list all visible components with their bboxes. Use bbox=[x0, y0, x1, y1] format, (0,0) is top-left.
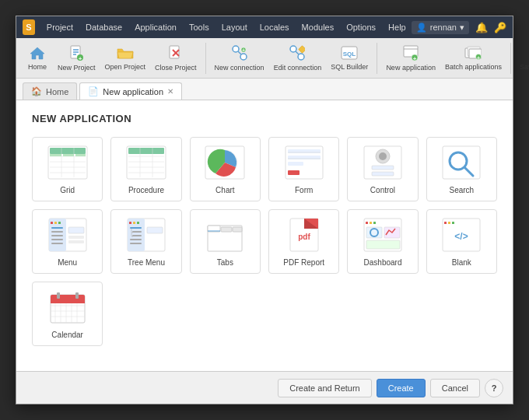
svg-rect-78 bbox=[51, 222, 53, 224]
toolbar-new-connection-button[interactable]: + New connection bbox=[211, 43, 268, 74]
svg-rect-81 bbox=[51, 227, 63, 229]
svg-rect-106 bbox=[233, 227, 242, 232]
app-item-pdfreport[interactable]: pdf PDF Report bbox=[268, 209, 339, 274]
toolbar-group-save: Save application Generate source Run app… bbox=[516, 44, 529, 73]
control-icon bbox=[361, 144, 405, 181]
footer: Create and Return Create Cancel ? bbox=[16, 371, 513, 404]
close-project-icon bbox=[168, 45, 184, 63]
svg-rect-79 bbox=[54, 222, 57, 224]
svg-rect-50 bbox=[75, 154, 86, 156]
svg-rect-111 bbox=[366, 222, 368, 224]
chevron-down-icon: ▾ bbox=[460, 23, 464, 33]
menu-application[interactable]: Application bbox=[129, 20, 182, 34]
svg-text:SQL: SQL bbox=[343, 51, 356, 58]
settings-icon[interactable]: 🔑 bbox=[494, 22, 506, 33]
app-item-form[interactable]: Form bbox=[268, 137, 339, 201]
tab-home[interactable]: 🏠 Home bbox=[23, 82, 77, 100]
svg-point-16 bbox=[298, 54, 304, 60]
help-button[interactable]: ? bbox=[485, 379, 503, 397]
app-item-search[interactable]: Search bbox=[426, 137, 497, 201]
procedure-icon bbox=[124, 144, 168, 181]
toolbar: Home + New Project Open Project Close Pr… bbox=[16, 38, 513, 79]
menu-project[interactable]: Project bbox=[41, 20, 79, 34]
svg-rect-102 bbox=[147, 227, 163, 233]
toolbar-open-project-label: Open Project bbox=[105, 63, 146, 71]
create-return-button[interactable]: Create and Return bbox=[278, 379, 372, 397]
svg-text:+: + bbox=[79, 54, 82, 61]
blank-label: Blank bbox=[452, 258, 471, 267]
toolbar-save-button[interactable]: Save application bbox=[516, 44, 529, 73]
svg-rect-82 bbox=[51, 231, 63, 233]
toolbar-open-project-button[interactable]: Open Project bbox=[101, 44, 150, 73]
svg-rect-18 bbox=[299, 45, 305, 53]
app-item-dashboard[interactable]: Dashboard bbox=[347, 209, 418, 274]
new-application-icon: + bbox=[403, 45, 419, 63]
app-item-procedure[interactable]: Procedure bbox=[110, 137, 181, 201]
svg-rect-85 bbox=[51, 243, 63, 244]
toolbar-batch-applications-button[interactable]: + Batch applications bbox=[441, 44, 506, 73]
svg-rect-98 bbox=[130, 243, 142, 244]
svg-rect-125 bbox=[51, 300, 85, 303]
app-item-calendar[interactable]: Calendar bbox=[32, 282, 103, 346]
app-item-control[interactable]: Control bbox=[347, 137, 418, 201]
search-icon-app bbox=[440, 144, 483, 181]
pdfreport-icon: pdf bbox=[282, 216, 326, 254]
menu-layout[interactable]: Layout bbox=[216, 20, 253, 34]
tab-new-application[interactable]: 📄 New application ✕ bbox=[79, 82, 182, 100]
cancel-button[interactable]: Cancel bbox=[430, 379, 480, 397]
svg-line-17 bbox=[296, 51, 299, 54]
home-icon bbox=[30, 46, 45, 62]
toolbar-new-project-button[interactable]: + New Project bbox=[54, 43, 100, 74]
app-item-tabs[interactable]: Tabs bbox=[190, 209, 261, 274]
toolbar-new-connection-label: New connection bbox=[215, 64, 264, 72]
toolbar-group-application: + New application + Batch applications bbox=[382, 43, 511, 74]
svg-rect-113 bbox=[373, 222, 376, 224]
open-project-icon bbox=[117, 46, 134, 62]
menu-locales[interactable]: Locales bbox=[254, 20, 295, 34]
app-item-treemenu[interactable]: Tree Menu bbox=[110, 209, 181, 274]
svg-rect-97 bbox=[130, 239, 142, 240]
toolbar-sql-builder-button[interactable]: SQL SQL Builder bbox=[327, 44, 372, 73]
svg-rect-134 bbox=[57, 292, 60, 299]
section-title: NEW APPLICATION bbox=[32, 113, 497, 124]
user-menu[interactable]: 👤 rennan ▾ bbox=[412, 21, 469, 34]
toolbar-new-application-button[interactable]: + New application bbox=[382, 43, 440, 74]
svg-rect-116 bbox=[366, 240, 400, 249]
svg-rect-135 bbox=[75, 292, 79, 299]
batch-applications-icon: + bbox=[464, 46, 482, 62]
notification-icon[interactable]: 🔔 bbox=[475, 22, 488, 33]
svg-rect-91 bbox=[129, 222, 131, 224]
svg-text:</>: </> bbox=[455, 231, 468, 242]
svg-rect-64 bbox=[288, 162, 303, 166]
menu-database[interactable]: Database bbox=[80, 20, 128, 34]
toolbar-home-button[interactable]: Home bbox=[23, 44, 52, 73]
new-project-icon: + bbox=[69, 45, 83, 63]
svg-rect-120 bbox=[448, 222, 450, 224]
svg-rect-65 bbox=[288, 170, 300, 175]
menu-modules[interactable]: Modules bbox=[296, 20, 340, 34]
app-item-chart[interactable]: Chart bbox=[190, 137, 261, 201]
menu-options[interactable]: Options bbox=[341, 20, 381, 34]
app-item-menu[interactable]: Menu bbox=[32, 209, 103, 274]
toolbar-close-project-button[interactable]: Close Project bbox=[151, 43, 201, 74]
svg-text:pdf: pdf bbox=[298, 233, 310, 241]
calendar-icon bbox=[46, 289, 89, 326]
calendar-label: Calendar bbox=[51, 331, 83, 339]
svg-rect-94 bbox=[130, 227, 142, 229]
username: rennan bbox=[430, 23, 457, 32]
chart-icon bbox=[203, 144, 247, 181]
toolbar-edit-connection-button[interactable]: Edit connection bbox=[270, 43, 326, 74]
menu-tools[interactable]: Tools bbox=[184, 20, 215, 34]
toolbar-group-project: Home + New Project Open Project Close Pr… bbox=[23, 43, 206, 74]
svg-rect-84 bbox=[51, 239, 63, 240]
tab-new-application-label: New application bbox=[103, 87, 163, 96]
create-button[interactable]: Create bbox=[377, 379, 426, 397]
tab-close-button[interactable]: ✕ bbox=[167, 87, 173, 96]
form-icon bbox=[282, 144, 326, 181]
menu-help[interactable]: Help bbox=[383, 20, 412, 34]
pdfreport-label: PDF Report bbox=[283, 258, 324, 267]
app-item-grid[interactable]: Grid bbox=[32, 137, 103, 201]
svg-rect-83 bbox=[51, 235, 63, 236]
app-item-blank[interactable]: </> Blank bbox=[426, 209, 497, 274]
svg-rect-73 bbox=[443, 146, 480, 179]
